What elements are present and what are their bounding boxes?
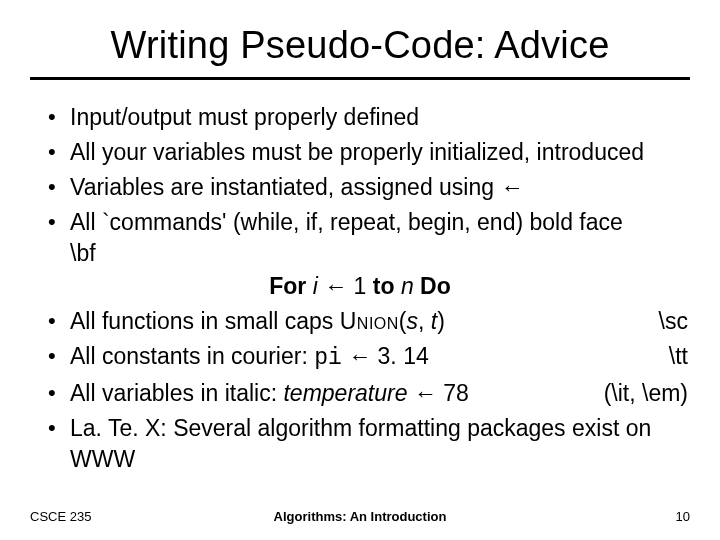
bullet-text: Input/output must properly defined (70, 104, 419, 130)
latex-it-em: (\it, \em) (604, 378, 688, 409)
paren-close: ) (437, 308, 445, 334)
bullet-list-2: All functions in small caps Union(s, t) … (30, 306, 690, 475)
left-arrow-icon: ← (342, 343, 378, 369)
const-val: 3. 14 (378, 343, 429, 369)
literal-one: 1 (347, 273, 373, 299)
list-item: La. Te. X: Several algorithm formatting … (48, 413, 688, 475)
list-item: All your variables must be properly init… (48, 137, 688, 168)
var-temperature: temperature (283, 380, 407, 406)
var-n: n (395, 273, 421, 299)
bullet-list: Input/output must properly defined All y… (30, 102, 690, 269)
left-arrow-icon: ← (324, 273, 347, 299)
footer-center: Algorithms: An Introduction (0, 509, 720, 524)
left-arrow-icon: ← (500, 174, 523, 200)
func-union: Union (340, 308, 399, 334)
comma: , (418, 308, 431, 334)
bullet-text: All variables in italic: (70, 380, 283, 406)
footer: CSCE 235 Algorithms: An Introduction 10 (0, 509, 720, 524)
bullet-text: All `commands' (while, if, repeat, begin… (70, 209, 623, 235)
list-item: Input/output must properly defined (48, 102, 688, 133)
keyword-for: For (269, 273, 306, 299)
left-arrow-icon: ← (407, 380, 443, 406)
var-val: 78 (443, 380, 469, 406)
bullet-text: \bf (70, 240, 96, 266)
keyword-do: Do (420, 273, 451, 299)
latex-tt: \tt (669, 341, 688, 372)
for-loop-example: For i ← 1 to n Do (30, 273, 690, 300)
var-i: i (306, 273, 324, 299)
paren-open: ( (399, 308, 407, 334)
bullet-text: All constants in courier: (70, 343, 314, 369)
slide-title: Writing Pseudo-Code: Advice (30, 18, 690, 80)
bullet-text: La. Te. X: Several algorithm formatting … (70, 415, 651, 472)
bullet-text: All your variables must be properly init… (70, 139, 644, 165)
list-item: All constants in courier: pi ← 3. 14 \tt (48, 341, 688, 374)
slide: Writing Pseudo-Code: Advice Input/output… (0, 0, 720, 540)
list-item: Variables are instantiated, assigned usi… (48, 172, 688, 203)
latex-sc: \sc (659, 306, 688, 337)
const-pi: pi (314, 345, 342, 371)
list-item: All functions in small caps Union(s, t) … (48, 306, 688, 337)
bullet-text: All functions in small caps (70, 308, 340, 334)
list-item: All `commands' (while, if, repeat, begin… (48, 207, 688, 269)
keyword-to: to (373, 273, 395, 299)
list-item: All variables in italic: temperature ← 7… (48, 378, 688, 409)
bullet-text: Variables are instantiated, assigned usi… (70, 174, 500, 200)
arg-s: s (407, 308, 419, 334)
